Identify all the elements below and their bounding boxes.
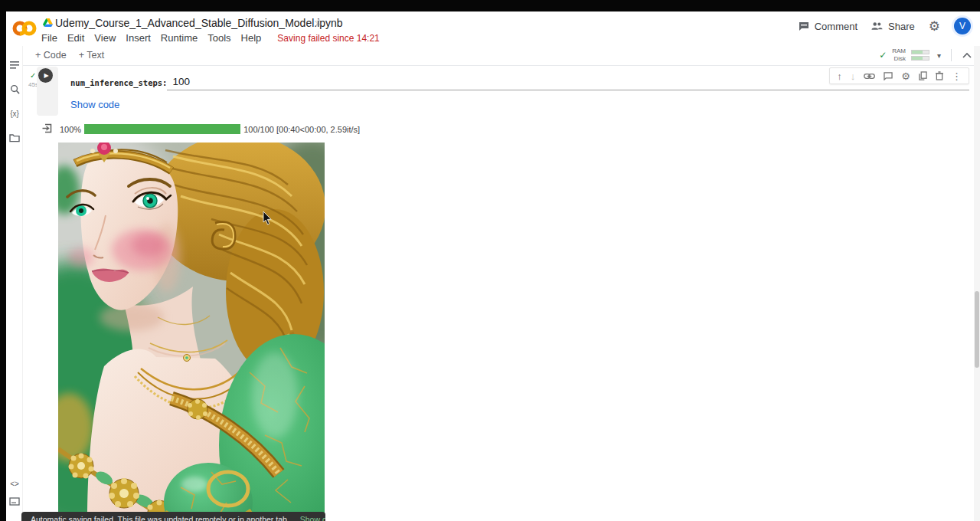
share-label: Share — [888, 21, 915, 32]
progress-row: 100% 100/100 [00:40<00:00, 2.59it/s] — [60, 124, 360, 134]
menu-help[interactable]: Help — [241, 32, 262, 44]
ram-meter — [911, 50, 929, 54]
menu-runtime[interactable]: Runtime — [161, 32, 198, 44]
colab-logo-icon[interactable] — [12, 20, 37, 37]
ram-label: RAM — [892, 48, 906, 55]
menu-file[interactable]: File — [41, 32, 57, 44]
autosave-error-snackbar: Automatic saving failed. This file was u… — [21, 512, 325, 521]
move-cell-down-icon[interactable]: ↓ — [851, 71, 856, 81]
mouse-cursor — [263, 211, 272, 225]
cell-toolbar: ↑ ↓ ⚙ — [829, 67, 969, 84]
share-people-icon — [871, 21, 883, 31]
delete-cell-trash-icon[interactable] — [936, 71, 943, 80]
disk-meter — [911, 56, 929, 61]
resources-dropdown-icon[interactable]: ▾ — [937, 51, 941, 60]
scrollbar[interactable] — [974, 46, 980, 521]
move-cell-up-icon[interactable]: ↑ — [837, 71, 842, 81]
toolbar-divider — [951, 49, 952, 61]
cell-success-check-icon: ✓ — [30, 71, 36, 80]
show-diff-button[interactable]: Show diff — [300, 515, 325, 521]
cell-output-icon — [42, 123, 52, 133]
progress-bar — [84, 124, 240, 134]
notebook-toolbar: + Code + Text ✓ RAM Disk ▾ — [6, 46, 980, 66]
add-text-button[interactable]: + Text — [79, 50, 104, 61]
disk-label: Disk — [892, 55, 906, 63]
files-folder-icon[interactable] — [8, 132, 21, 144]
resource-labels[interactable]: RAM Disk — [892, 48, 906, 63]
star-icon[interactable]: ☆ — [314, 16, 324, 28]
menu-view[interactable]: View — [94, 32, 116, 44]
table-of-contents-icon[interactable] — [8, 59, 21, 71]
snackbar-message: Automatic saving failed. This file was u… — [31, 515, 289, 521]
progress-stats: 100/100 [00:40<00:00, 2.59it/s] — [243, 125, 360, 134]
variables-icon[interactable]: {x} — [8, 107, 21, 120]
collapse-header-icon[interactable] — [962, 51, 972, 59]
copy-link-to-cell-icon[interactable] — [864, 73, 875, 80]
drive-icon — [43, 18, 53, 28]
scrollbar-thumb[interactable] — [975, 291, 979, 368]
settings-gear-icon[interactable]: ⚙ — [929, 20, 940, 33]
show-code-link[interactable]: Show code — [70, 99, 119, 110]
notebook-title[interactable]: Udemy_Course_1_Advanced_Stable_Diffusion… — [55, 17, 343, 29]
comment-button[interactable]: Comment — [799, 21, 858, 32]
param-name: num_inference_steps: — [70, 78, 167, 90]
search-icon[interactable] — [8, 83, 21, 95]
header-actions: Comment Share ⚙ V — [799, 18, 971, 34]
more-cell-actions-icon[interactable]: ⋮ — [952, 71, 962, 81]
colab-window: Udemy_Course_1_Advanced_Stable_Diffusion… — [6, 11, 980, 521]
menu-edit[interactable]: Edit — [67, 32, 84, 44]
progress-percent: 100% — [60, 125, 81, 134]
run-cell-button[interactable]: ▶ — [38, 68, 53, 83]
code-snippets-icon[interactable]: <> — [8, 477, 21, 490]
mirror-cell-icon[interactable] — [919, 71, 927, 80]
share-button[interactable]: Share — [871, 21, 915, 32]
add-code-button[interactable]: + Code — [35, 50, 67, 61]
menu-tools[interactable]: Tools — [207, 32, 230, 44]
menu-bar: File Edit View Insert Runtime Tools Help… — [41, 32, 380, 44]
cell-settings-gear-icon[interactable]: ⚙ — [901, 71, 910, 81]
generated-image — [58, 143, 325, 521]
add-comment-icon[interactable] — [884, 72, 893, 80]
menu-insert[interactable]: Insert — [126, 32, 151, 44]
resource-meters[interactable] — [911, 50, 929, 61]
screen: Udemy_Course_1_Advanced_Stable_Diffusion… — [0, 0, 980, 521]
saving-status[interactable]: Saving failed since 14:21 — [277, 33, 379, 44]
avatar[interactable]: V — [954, 18, 971, 34]
left-sidebar: {x} <> — [6, 46, 23, 521]
comment-icon — [799, 21, 809, 31]
runtime-connected-check-icon: ✓ — [879, 50, 887, 61]
comment-label: Comment — [815, 21, 858, 32]
terminal-icon[interactable] — [8, 495, 21, 507]
